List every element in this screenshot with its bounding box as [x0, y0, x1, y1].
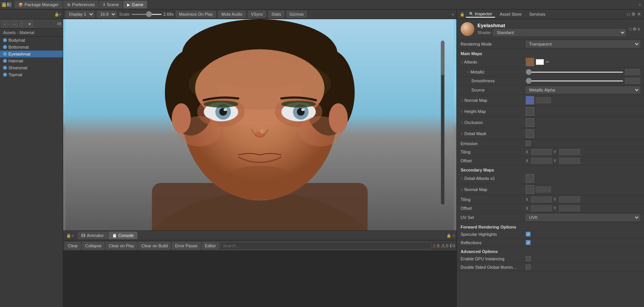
sec-offset-x-input[interactable]: 0	[531, 205, 552, 211]
tab-asset-store[interactable]: Asset Store	[497, 11, 525, 17]
smoothness-value: 0	[526, 78, 640, 84]
detail-albedo-texture[interactable]	[526, 174, 534, 183]
sidebar-menu-icon[interactable]: ≡	[59, 12, 61, 16]
bottommat-icon	[3, 45, 7, 49]
gizmos-btn[interactable]: Gizmos	[286, 11, 307, 18]
gpu-instancing-row: Enable GPU Instancing	[457, 255, 644, 263]
error-pause-btn[interactable]: Error Pause	[172, 242, 201, 250]
scale-slider-input[interactable]	[131, 14, 162, 15]
tab-package-manager[interactable]: 📦 Package Manager	[15, 1, 62, 8]
advanced-options-section: Advanced Options	[457, 247, 644, 255]
animator-tab-label: Animator	[87, 233, 104, 238]
editor-btn[interactable]: Editor	[202, 242, 219, 250]
svg-point-24	[260, 129, 264, 133]
clear-on-build-btn[interactable]: Clear on Build	[138, 242, 171, 250]
inspector-settings-btn[interactable]: ⚙	[631, 11, 636, 17]
gpu-instancing-value	[526, 256, 640, 261]
gpu-instancing-label: Enable GPU Instancing	[461, 256, 526, 261]
specular-highlights-checkbox[interactable]	[526, 232, 531, 237]
sec-tiling-y-input[interactable]: 1	[559, 196, 580, 202]
emission-checkbox[interactable]	[526, 141, 531, 146]
maximize-on-play-btn[interactable]: Maximize On Play	[176, 11, 216, 18]
albedo-edit-icon[interactable]: ✏	[546, 59, 549, 65]
source-select[interactable]: Metallic Alpha	[526, 87, 640, 93]
window-control-menu[interactable]: ≡	[7, 2, 11, 7]
tab-scene[interactable]: # Scene	[100, 1, 123, 8]
source-value: Metallic Alpha	[526, 87, 640, 93]
material-settings-btn[interactable]: ⚙	[633, 26, 637, 32]
metallic-slider[interactable]	[526, 72, 623, 73]
breadcrumb-assets[interactable]: Assets	[3, 30, 16, 35]
smoothness-slider[interactable]	[526, 80, 623, 82]
tab-game[interactable]: ▶ Game	[123, 1, 147, 8]
inspector-header: 🔒 🔍 Inspector Asset Store Services □ ⚙ ✕	[457, 10, 644, 19]
gpu-instancing-checkbox[interactable]	[526, 256, 531, 261]
height-map-value	[526, 107, 640, 116]
sec-tiling-x-input[interactable]: 1	[531, 196, 552, 202]
material-maximize-btn[interactable]: □	[629, 26, 632, 32]
offset-x-input[interactable]: 0	[531, 158, 552, 164]
sidebar-forward-btn[interactable]: →	[10, 20, 18, 27]
albedo-texture[interactable]	[526, 58, 534, 66]
smoothness-number[interactable]: 0	[625, 78, 640, 84]
console-header-menu[interactable]: ≡	[72, 234, 74, 238]
game-toolbar-menu[interactable]: ≡	[452, 12, 454, 16]
list-item-topmat[interactable]: Topmat	[0, 71, 63, 78]
material-menu-btn[interactable]: ≡	[637, 26, 640, 32]
svg-point-22	[281, 101, 316, 108]
tiling-y-input[interactable]: 1	[559, 149, 580, 155]
aspect-select[interactable]: 16:9	[97, 11, 117, 18]
list-item-bottommat[interactable]: Bottommat	[0, 44, 63, 51]
sec-normal-number[interactable]: 1	[536, 186, 551, 193]
sec-normal-texture[interactable]	[526, 185, 534, 194]
occlusion-texture[interactable]	[526, 118, 534, 127]
inspector-maximize-btn[interactable]: □	[627, 11, 630, 17]
list-item-shoesmat[interactable]: Shoesmat	[0, 64, 63, 71]
double-sided-value	[526, 265, 640, 269]
console-header-menu2[interactable]: ≡	[453, 234, 455, 238]
double-sided-row: Double Sided Global Illumin...	[457, 263, 644, 271]
list-item-hairmat[interactable]: Hairmat	[0, 57, 63, 64]
sidebar-back-btn[interactable]: ←	[2, 20, 9, 27]
character-svg	[63, 19, 456, 230]
sec-tiling-x-label: X	[526, 198, 530, 202]
height-map-texture[interactable]	[526, 107, 534, 116]
sec-offset-y-input[interactable]: 0	[559, 205, 580, 211]
inspector-controls: □ ⚙ ✕	[627, 11, 641, 17]
tab-inspector[interactable]: 🔍 Inspector	[466, 11, 495, 18]
albedo-color-swatch[interactable]	[536, 59, 544, 65]
reflections-checkbox[interactable]	[526, 240, 531, 245]
tab-animator[interactable]: 🎞 Animator	[78, 232, 108, 239]
inspector-close-btn[interactable]: ✕	[637, 11, 641, 17]
offset-y-input[interactable]: 0	[559, 158, 580, 164]
uv-set-select[interactable]: UV0	[526, 214, 640, 221]
console-search-input[interactable]	[220, 242, 431, 250]
mute-audio-btn[interactable]: Mute Audio	[218, 11, 245, 18]
sidebar-up-btn[interactable]: ↑	[19, 20, 25, 27]
tab-services[interactable]: Services	[526, 11, 548, 17]
tiling-x-input[interactable]: 1	[531, 149, 552, 155]
services-label: Services	[529, 12, 545, 16]
sidebar-favorites-btn[interactable]: ★	[26, 20, 33, 27]
tab-preferences[interactable]: ⚙ Preferences	[63, 1, 98, 8]
vsync-btn[interactable]: VSync	[248, 11, 266, 18]
stats-btn[interactable]: Stats	[268, 11, 284, 18]
breadcrumb-material[interactable]: Material	[20, 30, 34, 35]
inspector-panel: 🔒 🔍 Inspector Asset Store Services □ ⚙ ✕…	[456, 10, 644, 307]
detail-mask-texture[interactable]	[526, 129, 534, 138]
package-manager-icon: 📦	[18, 3, 23, 7]
occlusion-label: ○ Occlusion	[461, 120, 526, 125]
list-item-eyelashmat[interactable]: Eyelashmat	[0, 51, 63, 57]
metallic-number[interactable]: 0	[625, 69, 640, 75]
list-item-bodymat[interactable]: Bodymat	[0, 37, 63, 44]
normal-map-number[interactable]: 1	[536, 97, 551, 103]
collapse-btn[interactable]: Collapse	[82, 242, 105, 250]
display-select[interactable]: Display 1	[65, 11, 95, 18]
clear-btn[interactable]: Clear	[65, 242, 81, 250]
tab-console[interactable]: 📋 Console	[108, 232, 137, 239]
clear-on-play-btn[interactable]: Clear on Play	[106, 242, 137, 250]
rendering-mode-select[interactable]: Transparent	[526, 41, 640, 47]
double-sided-checkbox[interactable]	[526, 265, 531, 269]
normal-map-texture[interactable]	[526, 96, 534, 105]
shader-select[interactable]: Standard	[493, 29, 626, 36]
